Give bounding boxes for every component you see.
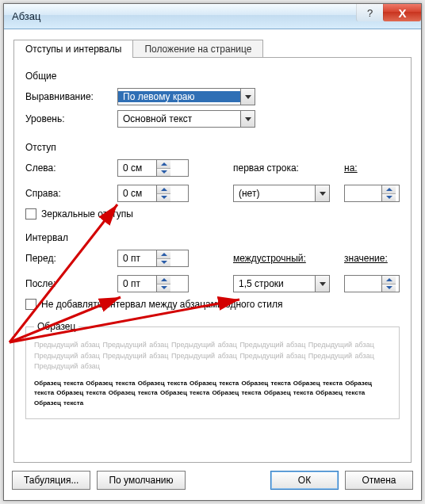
arrow-up-icon: [386, 278, 392, 281]
indent-right-spinner[interactable]: 0 см: [117, 185, 189, 202]
before-label: Перед:: [25, 253, 117, 264]
tab-indents[interactable]: Отступы и интервалы: [13, 40, 133, 58]
alignment-value: По левому краю: [118, 91, 240, 102]
window-buttons: ? X: [356, 4, 421, 21]
tab-strip: Отступы и интервалы Положение на страниц…: [13, 39, 415, 57]
level-dropdown-button[interactable]: [240, 111, 255, 127]
spin-up-button[interactable]: [157, 276, 170, 284]
mirror-label: Зеркальные отступы: [41, 208, 133, 220]
alignment-label: Выравнивание:: [25, 91, 117, 102]
tab-position[interactable]: Положение на странице: [132, 40, 263, 58]
level-combo[interactable]: Основной текст: [117, 110, 255, 128]
checkbox-box-icon: [25, 299, 36, 310]
firstline-combo[interactable]: (нет): [233, 185, 330, 202]
arrow-down-icon: [386, 196, 392, 199]
default-button[interactable]: По умолчанию: [97, 471, 185, 490]
help-button[interactable]: ?: [356, 4, 383, 21]
spin-up-button[interactable]: [157, 185, 170, 193]
firstline-dropdown-button[interactable]: [315, 185, 329, 201]
arrow-down-icon: [161, 170, 167, 174]
cancel-button[interactable]: Отмена: [345, 471, 413, 490]
arrow-down-icon: [161, 261, 167, 264]
arrow-down-icon: [161, 286, 167, 289]
spin-down-button[interactable]: [157, 168, 170, 177]
spin-down-button[interactable]: [157, 284, 170, 292]
preview-legend: Образец: [34, 321, 78, 332]
spin-down-button[interactable]: [382, 193, 396, 202]
titlebar[interactable]: Абзац ? X: [4, 4, 421, 29]
section-spacing: Интервал: [25, 232, 400, 243]
tabs-button[interactable]: Табуляция...: [12, 471, 90, 490]
spin-down-button[interactable]: [157, 258, 170, 267]
spin-up-button[interactable]: [157, 160, 170, 168]
value-label: значение:: [344, 253, 400, 264]
client-area: Отступы и интервалы Положение на страниц…: [10, 36, 415, 462]
chevron-down-icon: [320, 282, 326, 286]
by-value[interactable]: [345, 185, 381, 201]
mirror-checkbox[interactable]: Зеркальные отступы: [25, 208, 400, 220]
spin-up-button[interactable]: [157, 250, 170, 258]
indent-left-value[interactable]: 0 см: [118, 160, 156, 176]
line-value: 1,5 строки: [234, 278, 315, 289]
by-label: на:: [344, 162, 400, 174]
arrow-down-icon: [161, 196, 167, 199]
chevron-down-icon: [320, 192, 326, 196]
level-label: Уровень:: [25, 113, 117, 124]
value-spinner[interactable]: [344, 275, 400, 292]
spin-up-button[interactable]: [382, 276, 396, 284]
level-value: Основной текст: [118, 113, 240, 124]
checkbox-box-icon: [25, 208, 36, 220]
tab-panel: Общие Выравнивание: По левому краю Урове…: [13, 57, 412, 463]
spin-down-button[interactable]: [382, 284, 396, 292]
close-button[interactable]: X: [383, 4, 421, 21]
by-spinner[interactable]: [344, 185, 400, 202]
help-icon: ?: [367, 7, 373, 19]
indent-left-spinner[interactable]: 0 см: [117, 159, 189, 177]
after-spinner[interactable]: 0 пт: [117, 275, 189, 292]
ok-button[interactable]: ОК: [270, 471, 339, 490]
indent-right-label: Справа:: [25, 188, 117, 199]
after-value[interactable]: 0 пт: [118, 276, 156, 292]
before-spinner[interactable]: 0 пт: [117, 250, 189, 267]
spin-down-button[interactable]: [157, 193, 170, 202]
arrow-down-icon: [386, 286, 392, 289]
arrow-up-icon: [161, 188, 167, 191]
dialog-window: Абзац ? X Отступы и интервалы Положение …: [3, 3, 422, 501]
after-label: После:: [25, 278, 117, 289]
line-label: междустрочный:: [233, 253, 344, 264]
noadd-label: Не добавлять интервал между абзацами одн…: [41, 299, 283, 310]
firstline-value: (нет): [234, 188, 315, 199]
indent-left-label: Слева:: [25, 162, 117, 174]
arrow-up-icon: [386, 188, 392, 191]
chevron-down-icon: [245, 95, 251, 99]
indent-right-value[interactable]: 0 см: [118, 185, 156, 201]
window-title: Абзац: [12, 10, 40, 22]
preview-black-text: Образец текста Образец текста Образец те…: [34, 379, 391, 409]
alignment-combo[interactable]: По левому краю: [117, 88, 255, 105]
dialog-footer: Табуляция... По умолчанию ОК Отмена: [12, 468, 413, 492]
section-general: Общие: [25, 71, 400, 82]
noadd-checkbox[interactable]: Не добавлять интервал между абзацами одн…: [25, 299, 400, 310]
alignment-dropdown-button[interactable]: [240, 89, 255, 105]
line-combo[interactable]: 1,5 строки: [233, 275, 330, 292]
close-icon: X: [398, 6, 406, 20]
arrow-up-icon: [161, 162, 167, 166]
arrow-up-icon: [161, 278, 167, 281]
before-value[interactable]: 0 пт: [118, 250, 156, 266]
section-indent: Отступ: [25, 142, 400, 153]
spin-up-button[interactable]: [382, 185, 396, 193]
arrow-up-icon: [161, 253, 167, 256]
value-value[interactable]: [345, 276, 381, 292]
preview-fieldset: Образец Предыдущий абзац Предыдущий абза…: [25, 321, 400, 419]
line-dropdown-button[interactable]: [315, 276, 329, 292]
firstline-label: первая строка:: [233, 162, 344, 174]
preview-grey-text: Предыдущий абзац Предыдущий абзац Предыд…: [34, 340, 391, 372]
chevron-down-icon: [245, 117, 251, 121]
